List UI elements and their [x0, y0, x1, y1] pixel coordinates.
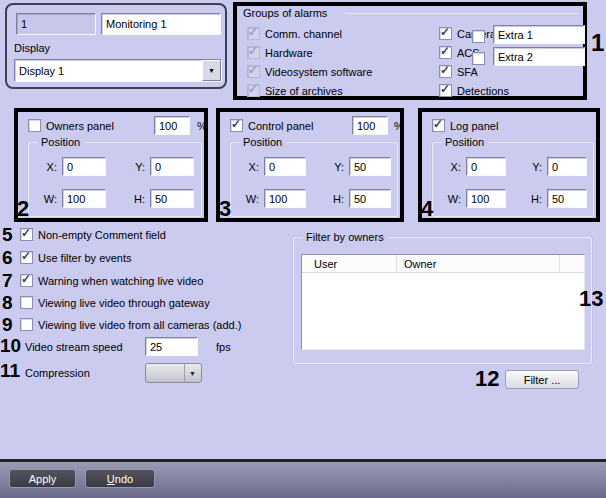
checkbox-hardware-label: Hardware [265, 47, 313, 59]
owners-percent-field[interactable] [154, 116, 190, 135]
annotation-8: 8 [2, 293, 13, 312]
checkbox-extra-1[interactable] [472, 30, 485, 43]
annotation-6: 6 [2, 248, 13, 267]
fps-unit-label: fps [216, 341, 231, 353]
groups-of-alarms-section: Groups of alarms Comm. channel Hardware … [233, 2, 587, 100]
undo-button[interactable]: Undo [85, 469, 155, 488]
owners-h-field[interactable] [150, 189, 194, 208]
owners-position-group: Position X: Y: W: H: [28, 142, 202, 217]
annotation-3: 3 [219, 198, 231, 220]
live-video-gateway-label: Viewing live video through gateway [38, 297, 210, 309]
combo-separator [184, 364, 185, 382]
checkbox-size-of-archives-label: Size of archives [265, 85, 343, 97]
apply-button[interactable]: Apply [9, 469, 76, 488]
checkbox-sfa[interactable] [439, 65, 452, 78]
checkbox-owners-panel[interactable] [28, 119, 41, 132]
w-label: W: [445, 193, 461, 205]
control-w-field[interactable] [264, 189, 306, 208]
annotation-4: 4 [421, 198, 433, 220]
checkbox-videosystem-software[interactable] [247, 65, 260, 78]
owners-x-field[interactable] [62, 157, 106, 176]
filter-button[interactable]: Filter ... [505, 370, 579, 389]
groups-of-alarms-title: Groups of alarms [243, 7, 327, 19]
log-position-title: Position [441, 136, 488, 148]
owners-w-field[interactable] [62, 189, 106, 208]
checkbox-cameras[interactable] [439, 27, 452, 40]
annotation-7: 7 [2, 271, 13, 290]
w-label: W: [243, 193, 259, 205]
checkbox-hardware[interactable] [247, 46, 260, 59]
extra-1-field[interactable] [493, 25, 585, 44]
checkbox-acs[interactable] [439, 46, 452, 59]
y-label: Y: [129, 161, 145, 173]
checkbox-non-empty-comment[interactable] [20, 228, 33, 241]
checkbox-sfa-label: SFA [457, 66, 478, 78]
checkbox-live-video-gateway[interactable] [20, 296, 33, 309]
video-stream-speed-label: Video stream speed [25, 341, 123, 353]
checkbox-size-of-archives[interactable] [247, 84, 260, 97]
control-percent-field[interactable] [352, 116, 388, 135]
checkbox-extra-2[interactable] [472, 52, 485, 65]
column-header-user[interactable]: User [302, 255, 397, 272]
checkbox-comm-channel[interactable] [247, 27, 260, 40]
control-position-title: Position [239, 136, 286, 148]
use-filter-by-events-label: Use filter by events [38, 252, 132, 264]
display-select[interactable]: Display 1 ▼ [14, 59, 222, 82]
live-video-all-cameras-label: Viewing live video from all cameras (add… [38, 319, 241, 331]
chevron-down-icon: ▼ [189, 370, 201, 377]
w-label: W: [41, 193, 57, 205]
log-position-group: Position X: Y: W: H: [432, 142, 594, 217]
log-x-field[interactable] [466, 157, 506, 176]
annotation-13: 13 [579, 288, 603, 310]
monitor-name-field[interactable] [101, 13, 221, 35]
checkbox-comm-channel-label: Comm. channel [265, 28, 342, 40]
checkbox-detections[interactable] [439, 84, 452, 97]
owners-percent-unit: % [197, 120, 207, 132]
y-label: Y: [526, 161, 542, 173]
annotation-5: 5 [2, 225, 13, 244]
column-header-owner[interactable]: Owner [397, 255, 560, 272]
display-select-value: Display 1 [15, 63, 202, 79]
monitor-identity-group: Display Display 1 ▼ [5, 3, 227, 89]
video-stream-speed-field[interactable] [145, 337, 198, 356]
display-label: Display [14, 42, 50, 54]
warning-live-video-label: Warning when watching live video [38, 275, 203, 287]
compression-select[interactable]: ▼ [145, 363, 202, 383]
owners-panel-label: Owners panel [46, 120, 114, 132]
checkbox-control-panel[interactable] [230, 119, 243, 132]
control-x-field[interactable] [264, 157, 306, 176]
group-caption-line [345, 13, 579, 14]
log-h-field[interactable] [547, 189, 587, 208]
checkbox-live-video-all-cameras[interactable] [20, 318, 33, 331]
control-position-group: Position X: Y: W: H: [230, 142, 398, 217]
checkbox-warning-live-video[interactable] [20, 274, 33, 287]
annotation-1: 1 [591, 31, 604, 55]
chevron-down-icon[interactable]: ▼ [202, 60, 221, 81]
non-empty-comment-label: Non-empty Comment field [38, 229, 166, 241]
control-h-field[interactable] [349, 189, 391, 208]
filter-by-owners-group: Filter by owners User Owner [293, 237, 592, 364]
checkbox-log-panel[interactable] [432, 119, 445, 132]
annotation-12: 12 [475, 368, 499, 390]
checkbox-detections-label: Detections [457, 85, 509, 97]
y-label: Y: [328, 161, 344, 173]
control-y-field[interactable] [349, 157, 391, 176]
control-percent-unit: % [394, 120, 404, 132]
x-label: X: [41, 161, 57, 173]
column-header-filler [560, 255, 584, 272]
filter-by-owners-title: Filter by owners [302, 231, 388, 243]
checkbox-use-filter-by-events[interactable] [20, 251, 33, 264]
x-label: X: [445, 161, 461, 173]
owners-list[interactable]: User Owner [301, 254, 585, 350]
extra-2-field[interactable] [493, 47, 585, 66]
owners-y-field[interactable] [150, 157, 194, 176]
owners-panel-section: Owners panel % Position X: Y: W: H: [14, 108, 208, 222]
annotation-10: 10 [0, 336, 21, 355]
control-panel-section: Control panel % Position X: Y: W: H: [216, 108, 404, 222]
owners-list-header: User Owner [302, 255, 584, 273]
log-w-field[interactable] [466, 189, 506, 208]
owners-position-title: Position [37, 136, 84, 148]
monitor-id-field[interactable] [16, 13, 96, 35]
h-label: H: [328, 193, 344, 205]
log-y-field[interactable] [547, 157, 587, 176]
